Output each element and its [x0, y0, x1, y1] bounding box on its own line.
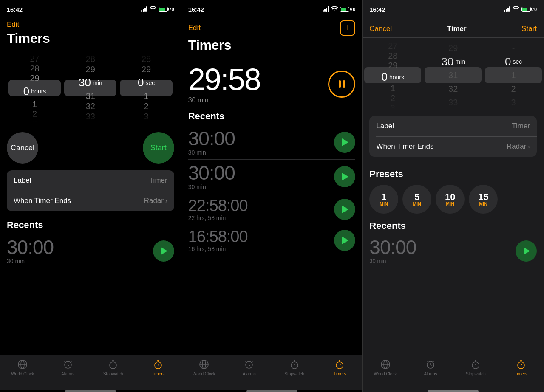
when-ends-key-1: When Timer Ends [14, 197, 71, 205]
recents-section-1: Recents 30:00 30 min [0, 216, 181, 355]
start-text-btn-3[interactable]: Start [521, 25, 537, 33]
play-btn-2-1[interactable] [334, 166, 355, 187]
world-clock-icon-2 [198, 358, 210, 370]
cancel-button-1[interactable]: Cancel [7, 132, 38, 164]
svg-line-32 [427, 361, 428, 362]
presets-title-3: Presets [369, 169, 537, 180]
timer-picker-3[interactable]: 27 28 29 0 hours 1 2 3 29 [363, 38, 544, 116]
label-row-3[interactable]: Label Timer [369, 116, 537, 136]
nav-header-1: Edit Timers [0, 19, 181, 51]
svg-line-27 [340, 364, 341, 365]
recent-item-p3-0: 30:00 30 min [369, 235, 537, 267]
play-btn-2-2[interactable] [334, 199, 355, 220]
recent-desc-2-1: 30 min [188, 183, 235, 190]
hours-picker-1[interactable]: 27 28 29 0hours 1 2 3 [7, 54, 62, 122]
tab-label-alarms-2: Alarms [243, 372, 256, 376]
recent-desc-2-0: 30 min [188, 149, 235, 156]
chevron-icon-1: › [165, 197, 167, 204]
status-icons-1: 70 [141, 6, 174, 13]
preset-buttons-3: 1 MIN 5 MIN 10 MIN 15 MIN [369, 185, 537, 214]
hours-picker-3[interactable]: 27 28 29 0 hours 1 2 3 [363, 41, 423, 109]
recent-time-2-1: 30:00 [188, 163, 235, 183]
stopwatch-icon-1 [107, 358, 119, 370]
timer-picker-1[interactable]: 27 28 29 0hours 1 2 3 28 29 30min [0, 51, 181, 129]
tab-stopwatch-3[interactable]: Stopwatch [453, 358, 498, 376]
preset-btn-1min[interactable]: 1 MIN [369, 185, 398, 214]
world-clock-icon-3 [380, 358, 391, 370]
wifi-icon-1 [150, 6, 156, 13]
status-bar-3: 16:42 70 [363, 0, 544, 19]
tab-label-timers-3: Timers [515, 372, 527, 376]
minutes-picker-3[interactable]: 29 30 min 31 32 33 [423, 41, 483, 109]
tab-world-clock-2[interactable]: World Clock [181, 358, 227, 376]
tab-stopwatch-2[interactable]: Stopwatch [272, 358, 317, 376]
recents-title-p3: Recents [369, 217, 537, 231]
seconds-picker-1[interactable]: 28 29 0sec 1 2 3 [118, 54, 174, 122]
status-time-2: 16:42 [188, 6, 204, 13]
recent-time-2-2: 22:58:00 [188, 197, 248, 214]
minutes-picker-1[interactable]: 28 29 30min 31 32 33 [62, 54, 118, 122]
recent-play-btn-1-0[interactable] [153, 240, 174, 262]
wifi-icon-2 [331, 6, 338, 13]
recents-title-1: Recents [7, 216, 174, 231]
add-button-2[interactable]: + [340, 20, 355, 36]
seconds-picker-3[interactable]: - 0 sec 1 2 3 [483, 41, 544, 109]
cancel-text-btn-3[interactable]: Cancel [369, 25, 392, 33]
preset-btn-10min[interactable]: 10 MIN [436, 185, 465, 214]
edit-button-2[interactable]: Edit [188, 24, 201, 32]
tab-world-clock-1[interactable]: World Clock [0, 358, 45, 376]
play-btn-2-0[interactable] [334, 132, 355, 153]
timers-icon-2 [334, 358, 346, 370]
tab-stopwatch-1[interactable]: Stopwatch [91, 358, 136, 376]
home-indicator-2 [181, 390, 363, 392]
recent-time-1-0: 30:00 [7, 237, 54, 257]
home-indicator-1 [0, 390, 181, 392]
action-buttons-1: Cancel Start [0, 129, 181, 170]
timer-nav-title-3: Timer [447, 25, 467, 33]
svg-line-33 [433, 361, 434, 362]
tab-timers-3[interactable]: Timers [499, 358, 544, 376]
when-ends-row-1[interactable]: When Timer Ends Radar › [7, 191, 174, 211]
start-button-1[interactable]: Start [143, 132, 174, 164]
svg-line-41 [521, 364, 522, 365]
tab-label-world-clock-3: World Clock [374, 372, 397, 376]
world-clock-icon-1 [17, 358, 28, 370]
stopwatch-icon-2 [289, 358, 300, 370]
label-row-1[interactable]: Label Timer [7, 170, 174, 191]
recent-desc-2-3: 16 hrs, 58 min [188, 245, 248, 252]
tab-alarms-3[interactable]: Alarms [408, 358, 453, 376]
tab-timers-1[interactable]: Timers [136, 358, 181, 376]
tab-world-clock-3[interactable]: World Clock [363, 358, 408, 376]
stopwatch-icon-3 [470, 358, 482, 370]
recents-section-p3: Recents 30:00 30 min [363, 217, 544, 355]
status-time-3: 16:42 [369, 6, 385, 13]
play-icon-2-1 [342, 173, 348, 180]
play-icon-2-0 [342, 138, 348, 146]
preset-btn-5min[interactable]: 5 MIN [402, 185, 431, 214]
tab-alarms-2[interactable]: Alarms [227, 358, 272, 376]
svg-line-5 [71, 361, 72, 362]
svg-line-18 [246, 361, 247, 362]
battery-icon-2: 70 [340, 7, 355, 12]
recent-item-1-0: 30:00 30 min [7, 234, 174, 268]
settings-section-1: Label Timer When Timer Ends Radar › [0, 170, 181, 216]
tab-timers-2[interactable]: Timers [317, 358, 362, 376]
preset-btn-15min[interactable]: 15 MIN [469, 185, 498, 214]
timer-setup-nav-3: Cancel Timer Start [363, 19, 544, 38]
play-icon-2-3 [342, 237, 348, 244]
tab-label-stopwatch-2: Stopwatch [284, 372, 304, 376]
play-btn-p3-0[interactable] [516, 240, 537, 262]
signal-icon-3 [504, 7, 510, 12]
tab-alarms-1[interactable]: Alarms [45, 358, 90, 376]
panel-1: 16:42 70 Edit Timers [0, 0, 181, 392]
pause-button-2[interactable] [328, 71, 355, 98]
edit-button-1[interactable]: Edit [7, 20, 19, 29]
wifi-icon-3 [513, 6, 519, 13]
when-ends-row-3[interactable]: When Timer Ends Radar › [369, 136, 537, 157]
recent-item-2-1: 30:00 30 min [188, 160, 356, 194]
play-btn-2-3[interactable] [334, 230, 355, 251]
alarms-icon-2 [243, 358, 255, 370]
recent-item-2-3: 16:58:00 16 hrs, 58 min [188, 225, 356, 256]
nav-header-2: Edit + Timers [181, 19, 363, 57]
label-key-3: Label [376, 122, 394, 130]
